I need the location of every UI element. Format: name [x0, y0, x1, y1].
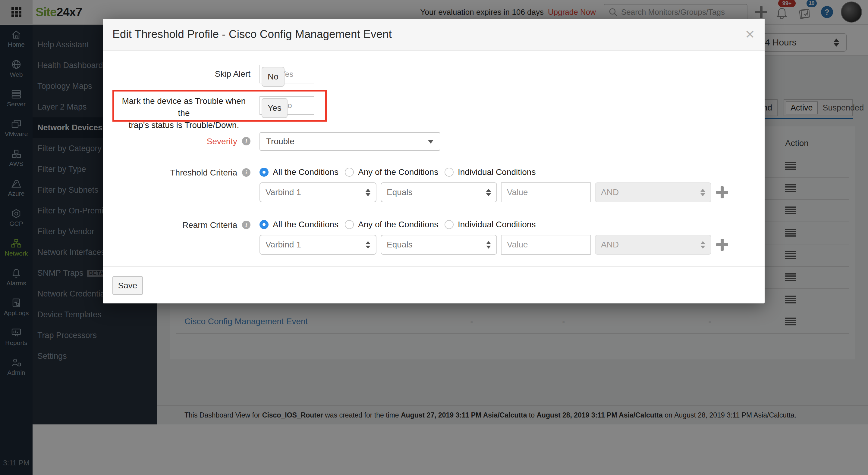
- rearm-criteria-label: Rearm Criteria: [113, 220, 237, 230]
- close-icon[interactable]: ✕: [745, 28, 755, 40]
- rearm-value-input[interactable]: [501, 235, 591, 255]
- select-arrows-icon: [486, 241, 491, 249]
- threshold-condition-row: Varbind 1 Equals AND: [113, 182, 755, 202]
- mark-trouble-toggle[interactable]: Yes No: [259, 96, 314, 115]
- dialog-header: Edit Threshold Profile - Cisco Config Ma…: [103, 19, 765, 50]
- radio-icon: [345, 168, 354, 177]
- skip-alert-row: Skip Alert Yes No: [113, 65, 755, 83]
- threshold-criteria-row: Threshold Criteria i All the Conditions …: [113, 167, 755, 178]
- threshold-operator-select[interactable]: Equals: [381, 182, 497, 202]
- radio-selected-icon: [259, 220, 269, 229]
- threshold-radio-individual[interactable]: Individual Conditions: [444, 167, 535, 177]
- chevron-down-icon: [428, 140, 434, 144]
- threshold-criteria-label: Threshold Criteria: [113, 168, 237, 178]
- add-condition-icon[interactable]: [716, 186, 728, 198]
- threshold-varbind-select[interactable]: Varbind 1: [259, 182, 376, 202]
- mark-trouble-yes[interactable]: Yes: [261, 98, 287, 118]
- select-arrows-icon: [366, 189, 370, 196]
- select-arrows-icon: [701, 189, 705, 196]
- severity-row: Severity i Trouble: [113, 132, 755, 151]
- radio-icon: [444, 168, 454, 177]
- rearm-operator-select[interactable]: Equals: [381, 235, 497, 255]
- info-icon[interactable]: i: [242, 220, 250, 229]
- save-button[interactable]: Save: [113, 276, 143, 295]
- threshold-logic-select: AND: [595, 182, 711, 202]
- rearm-criteria-row: Rearm Criteria i All the Conditions Any …: [113, 220, 755, 230]
- threshold-radio-any[interactable]: Any of the Conditions: [345, 167, 438, 177]
- rearm-radio-all[interactable]: All the Conditions: [259, 220, 338, 229]
- radio-selected-icon: [259, 168, 269, 177]
- rearm-radio-individual[interactable]: Individual Conditions: [444, 220, 535, 229]
- select-arrows-icon: [486, 189, 491, 196]
- severity-label: Severity: [113, 137, 237, 146]
- select-arrows-icon: [701, 241, 705, 249]
- edit-threshold-profile-dialog: Edit Threshold Profile - Cisco Config Ma…: [103, 19, 765, 303]
- rearm-logic-select: AND: [595, 235, 711, 255]
- info-icon[interactable]: i: [242, 137, 250, 145]
- radio-icon: [444, 220, 454, 229]
- dialog-title: Edit Threshold Profile - Cisco Config Ma…: [113, 28, 392, 41]
- rearm-varbind-select[interactable]: Varbind 1: [259, 235, 376, 255]
- rearm-condition-row: Varbind 1 Equals AND: [113, 235, 755, 255]
- info-icon[interactable]: i: [242, 168, 250, 177]
- skip-alert-label: Skip Alert: [113, 69, 250, 79]
- skip-alert-toggle[interactable]: Yes No: [259, 65, 314, 83]
- annotation-highlight-box: Mark the device as Trouble when the trap…: [113, 90, 327, 122]
- skip-alert-no[interactable]: No: [261, 67, 284, 87]
- footer-divider: [103, 266, 765, 267]
- mark-trouble-label: Mark the device as Trouble when the trap…: [116, 95, 252, 131]
- severity-select[interactable]: Trouble: [259, 132, 440, 151]
- threshold-value-input[interactable]: [501, 182, 591, 202]
- threshold-radio-all[interactable]: All the Conditions: [259, 167, 338, 177]
- radio-icon: [345, 220, 354, 229]
- add-condition-icon[interactable]: [716, 239, 728, 251]
- site24x7-app: Site24x7 Your evaluation expires in 106 …: [0, 0, 868, 475]
- rearm-radio-any[interactable]: Any of the Conditions: [345, 220, 438, 229]
- select-arrows-icon: [366, 241, 370, 249]
